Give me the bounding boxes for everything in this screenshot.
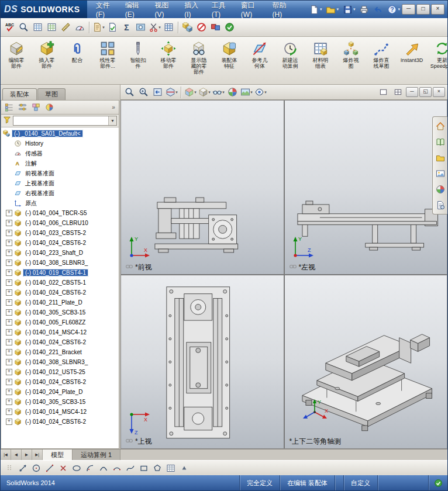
menu-item-5[interactable]: 窗口(W): [237, 0, 268, 20]
expand-icon[interactable]: +: [6, 220, 12, 226]
new-document-button[interactable]: ▾: [308, 3, 324, 16]
compare-results-icon[interactable]: [209, 20, 222, 34]
appearances-icon[interactable]: [435, 184, 446, 195]
tree-item-22[interactable]: +(-) 0140_221_Bracket: [1, 347, 119, 357]
sheet-tab-1[interactable]: 运动算例 1: [73, 449, 120, 460]
circle-icon[interactable]: [30, 462, 42, 474]
tree-item-26[interactable]: +(-) 0140_204_Plate_D: [1, 387, 119, 397]
dropdown-arrow-icon[interactable]: ▾: [158, 25, 161, 30]
polygon-icon[interactable]: [151, 462, 163, 474]
edit-appearance-icon[interactable]: [226, 85, 239, 99]
display-style-icon[interactable]: ▾: [198, 85, 211, 99]
tree-item-17[interactable]: +(-) 0140_211_Plate_D: [1, 298, 119, 307]
exploded-view-button[interactable]: 爆炸视 图: [336, 37, 366, 84]
expand-icon[interactable]: +: [6, 419, 12, 425]
tangent-arc-icon[interactable]: [97, 462, 109, 474]
zoom-fit-icon[interactable]: [123, 85, 136, 99]
linear-component-pattern-button[interactable]: 线性零 部件...: [93, 37, 122, 84]
tree-item-9[interactable]: +(-) 0140_006_CLBRU10: [1, 218, 119, 228]
viewport-four-icon[interactable]: [391, 85, 405, 99]
tree-item-11[interactable]: +(-) 0140_024_CBST6-2: [1, 238, 119, 248]
expand-icon[interactable]: +: [6, 289, 12, 296]
expand-icon[interactable]: +: [6, 389, 12, 395]
expand-icon[interactable]: +: [6, 399, 12, 405]
design-table-icon[interactable]: [31, 20, 44, 34]
dropdown-arrow-icon[interactable]: ▾: [250, 90, 253, 95]
tree-item-10[interactable]: +(-) 0140_023_CBST5-2: [1, 228, 119, 238]
tree-item-8[interactable]: +(-) 0140_004_TBCR-S5: [1, 208, 119, 218]
tree-item-19[interactable]: +(-) 0140_005_FL608ZZ: [1, 317, 119, 327]
centerpoint-arc-icon[interactable]: [84, 462, 96, 474]
maximize-button[interactable]: □: [416, 4, 430, 15]
tree-item-20[interactable]: +(-) 0140_014_MSC4-12: [1, 327, 119, 337]
design-library-icon[interactable]: [435, 136, 446, 147]
deviation-analysis-icon[interactable]: [195, 20, 208, 34]
dropdown-arrow-icon[interactable]: ▾: [175, 90, 178, 95]
expand-icon[interactable]: +: [6, 309, 12, 316]
apply-scene-icon[interactable]: ▾: [240, 85, 253, 99]
tree-item-3[interactable]: A注解: [1, 158, 119, 168]
view-settings-icon[interactable]: ▾: [254, 85, 267, 99]
more-tools-icon[interactable]: [178, 462, 190, 474]
tree-item-5[interactable]: 上视基准面: [1, 178, 119, 188]
expand-icon[interactable]: +: [6, 299, 12, 306]
sheet-nav-button-1[interactable]: ◀: [11, 449, 22, 460]
minimize-button[interactable]: ─: [402, 4, 415, 15]
expand-icon[interactable]: +: [6, 279, 12, 286]
document-restore-button[interactable]: ◱: [419, 87, 432, 97]
edit-component-button[interactable]: 编辑零 部件: [2, 37, 31, 84]
document-close-button[interactable]: ×: [433, 87, 445, 97]
status-custom[interactable]: 自定义: [343, 475, 377, 490]
bill-of-materials-button[interactable]: 材料明 细表: [306, 37, 335, 84]
tree-item-27[interactable]: +(-) 0140_305_SCB3-15: [1, 397, 119, 407]
filter-dropdown-icon[interactable]: ▼: [108, 116, 116, 125]
tree-item-25[interactable]: +(-) 0140_024_CBST6-2: [1, 377, 119, 387]
viewport-single-icon[interactable]: [377, 85, 390, 99]
visualize-icon[interactable]: [134, 20, 147, 34]
displaymanager-tab[interactable]: [43, 102, 56, 113]
featuremanager-tab[interactable]: [2, 102, 15, 113]
save-button[interactable]: ▾: [341, 3, 357, 16]
search-icon[interactable]: [17, 20, 30, 34]
tree-item-24[interactable]: +(-) 0140_012_UST5-25: [1, 367, 119, 377]
new-motion-study-button[interactable]: 新建运 动算例: [275, 37, 305, 84]
expand-icon[interactable]: +: [6, 319, 12, 326]
expand-icon[interactable]: +: [6, 260, 12, 266]
dropdown-arrow-icon[interactable]: ▾: [398, 7, 400, 12]
erase-icon[interactable]: [57, 462, 69, 474]
equations-icon[interactable]: Σ: [120, 20, 133, 34]
dropdown-arrow-icon[interactable]: ▾: [336, 7, 339, 12]
tree-item-23[interactable]: +(-) 0140_308_SLBNR3_: [1, 357, 119, 367]
show-hidden-components-button[interactable]: 显示隐 藏的零 部件: [184, 37, 213, 84]
spell-checker-icon[interactable]: ABC: [3, 20, 16, 34]
linear-pattern-icon[interactable]: [164, 462, 177, 474]
expand-icon[interactable]: +: [6, 250, 12, 256]
propertymanager-tab[interactable]: [16, 102, 29, 113]
menu-item-4[interactable]: 工具(T): [208, 0, 237, 20]
mass-properties-icon[interactable]: [73, 20, 87, 34]
previous-view-icon[interactable]: [151, 85, 164, 99]
insert-components-button[interactable]: 插入零 部件: [32, 37, 61, 84]
threepoint-arc-icon[interactable]: [111, 462, 123, 474]
toolbar-drag-handle[interactable]: [3, 462, 15, 474]
trim-icon[interactable]: ▾: [148, 20, 161, 34]
viewport-front-view[interactable]: Y X *前视: [121, 101, 284, 274]
dropdown-arrow-icon[interactable]: ▾: [208, 90, 211, 95]
viewport-isometric-view[interactable]: Y X *上下二等角轴测: [285, 275, 447, 449]
undo-button[interactable]: [371, 3, 385, 16]
dropdown-arrow-icon[interactable]: ▾: [194, 90, 197, 95]
dropdown-arrow-icon[interactable]: ▾: [320, 7, 322, 12]
move-component-button[interactable]: 移动零 部件: [154, 37, 183, 84]
menu-item-6[interactable]: 帮助(H): [268, 0, 298, 20]
viewport-left-view[interactable]: Y Z *左视: [285, 101, 447, 274]
menu-item-3[interactable]: 插入(I): [180, 0, 207, 20]
document-minimize-button[interactable]: ─: [406, 87, 418, 97]
expand-icon[interactable]: +: [6, 230, 12, 236]
expand-icon[interactable]: +: [6, 269, 12, 276]
hole-table-icon[interactable]: [45, 20, 58, 34]
section-view-icon[interactable]: ▾: [165, 85, 178, 99]
instant3d-button[interactable]: Instant3D: [397, 37, 426, 84]
view-palette-icon[interactable]: [435, 168, 446, 179]
expand-icon[interactable]: +: [6, 349, 12, 355]
open-button[interactable]: ▾: [324, 3, 340, 16]
